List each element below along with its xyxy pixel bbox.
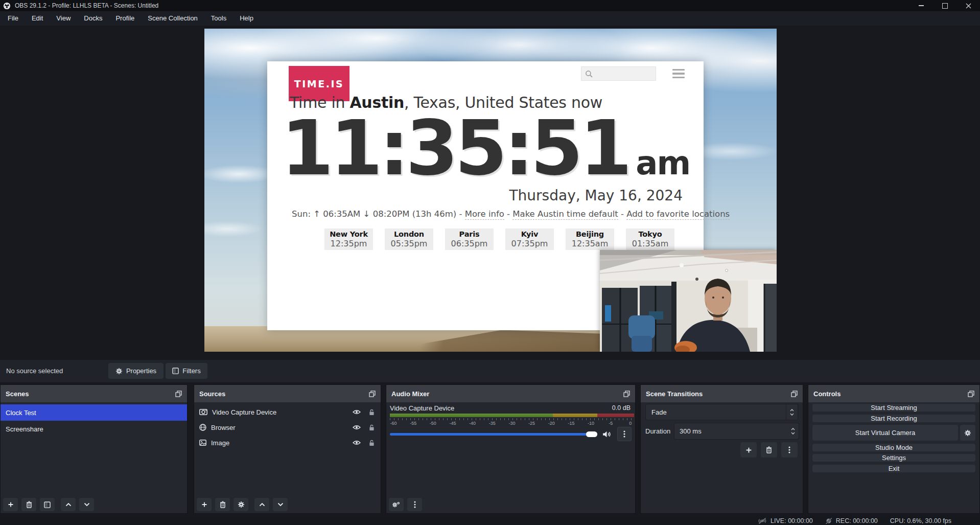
source-row-browser[interactable]: Browser: [194, 420, 381, 435]
record-inactive-icon: [825, 517, 832, 524]
chevron-up-icon: [791, 428, 795, 430]
menu-scene-collection[interactable]: Scene Collection: [141, 11, 204, 26]
maximize-icon: [942, 3, 948, 9]
mixer-source-name: Video Capture Device: [390, 404, 454, 412]
popout-icon[interactable]: [968, 391, 974, 397]
plus-icon: [201, 501, 207, 508]
filters-button[interactable]: Filters: [166, 363, 207, 379]
properties-button[interactable]: Properties: [108, 363, 164, 379]
volume-slider-handle[interactable]: [586, 431, 597, 437]
menu-docks[interactable]: Docks: [77, 11, 109, 26]
mixer-source-menu-button[interactable]: [617, 427, 632, 441]
remove-source-button[interactable]: [215, 498, 230, 511]
city-card: Tokyo01:35am: [626, 229, 674, 250]
search-input: [581, 66, 656, 81]
webcam-video: [600, 250, 777, 352]
scene-item-screenshare[interactable]: Screenshare: [1, 421, 187, 437]
lock-toggle[interactable]: [369, 424, 375, 431]
audio-level-meter: [390, 414, 634, 417]
minimize-button[interactable]: [909, 0, 933, 11]
move-source-down-button[interactable]: [273, 498, 288, 511]
mixer-menu-button[interactable]: [407, 498, 422, 511]
source-row-video-capture[interactable]: Video Capture Device: [194, 404, 381, 420]
sources-panel: Sources Video Capture Device Browser Ima…: [194, 384, 381, 514]
virtual-camera-config-button[interactable]: [960, 425, 975, 441]
menu-profile[interactable]: Profile: [109, 11, 141, 26]
close-button[interactable]: [956, 0, 980, 11]
remove-scene-button[interactable]: [21, 498, 36, 511]
speaker-mute-button[interactable]: [602, 430, 611, 438]
start-virtual-camera-button[interactable]: Start Virtual Camera: [812, 425, 958, 441]
menu-view[interactable]: View: [50, 11, 77, 26]
rec-timer: REC: 00:00:00: [836, 517, 878, 524]
move-scene-down-button[interactable]: [79, 498, 94, 511]
source-properties-button[interactable]: [234, 498, 248, 511]
add-favorite-link: Add to favorite locations: [626, 209, 730, 220]
window-title: OBS 29.1.2 - Profile: LLHLS BETA - Scene…: [15, 2, 158, 9]
lock-icon: [369, 440, 375, 446]
studio-mode-button[interactable]: Studio Mode: [812, 444, 975, 451]
live-timer: LIVE: 00:00:00: [771, 517, 813, 524]
meter-scale: -60-55-50-45-40-35-30-25-20-15-10-50: [386, 421, 638, 426]
popout-icon[interactable]: [623, 391, 630, 397]
chevron-down-icon: [791, 432, 795, 435]
popout-icon[interactable]: [175, 391, 182, 397]
preview-canvas[interactable]: TIME.IS Time in Austin, Texas, United St…: [204, 29, 777, 352]
add-scene-button[interactable]: [3, 498, 18, 511]
duration-spinbox[interactable]: 300 ms: [674, 423, 799, 440]
cpu-fps-stat: CPU: 0.6%, 30.00 fps: [890, 517, 951, 524]
chevron-down-icon: [84, 503, 90, 507]
advanced-audio-button[interactable]: [389, 498, 404, 511]
add-transition-button[interactable]: [740, 442, 757, 458]
maximize-button[interactable]: [933, 0, 956, 11]
visibility-toggle[interactable]: [353, 409, 361, 415]
popout-icon[interactable]: [369, 391, 376, 397]
remove-transition-button[interactable]: [761, 442, 777, 458]
lock-toggle[interactable]: [369, 409, 375, 416]
clock-display: 11:35:51 am: [267, 110, 704, 186]
chevron-down-icon: [277, 503, 284, 507]
settings-button[interactable]: Settings: [812, 454, 975, 462]
trash-icon: [220, 501, 226, 508]
visibility-toggle[interactable]: [353, 425, 361, 430]
transition-select[interactable]: Fade: [645, 404, 798, 420]
scene-filters-button[interactable]: [40, 498, 55, 511]
source-toolbar: No source selected Properties Filters: [0, 360, 980, 382]
plus-icon: [8, 501, 14, 508]
trash-icon: [766, 446, 772, 453]
audio-mixer-panel: Audio Mixer Video Capture Device 0.0 dB …: [386, 384, 636, 514]
menu-file[interactable]: File: [1, 11, 25, 26]
mixer-toolbar: [389, 498, 422, 511]
add-source-button[interactable]: [197, 498, 212, 511]
title-bar: OBS 29.1.2 - Profile: LLHLS BETA - Scene…: [0, 0, 980, 11]
clock-ampm: am: [636, 147, 690, 179]
more-info-link: More info: [465, 209, 504, 220]
menu-edit[interactable]: Edit: [25, 11, 50, 26]
select-spinner[interactable]: [786, 404, 798, 420]
start-streaming-button[interactable]: Start Streaming: [812, 404, 975, 412]
scenes-panel: Scenes Clock Test Screenshare: [0, 384, 188, 514]
close-icon: [966, 3, 971, 9]
menu-tools[interactable]: Tools: [204, 11, 233, 26]
scenes-toolbar: [3, 498, 94, 511]
selected-source-status: No source selected: [6, 367, 63, 375]
duration-spinner[interactable]: [787, 423, 799, 439]
globe-icon: [199, 424, 206, 431]
exit-button[interactable]: Exit: [812, 465, 975, 472]
volume-slider[interactable]: [390, 433, 597, 436]
menu-help[interactable]: Help: [233, 11, 260, 26]
move-scene-up-button[interactable]: [61, 498, 76, 511]
scene-item-clock-test[interactable]: Clock Test: [1, 404, 187, 421]
visibility-toggle[interactable]: [353, 440, 361, 445]
eye-icon: [353, 409, 361, 415]
world-cities-row: New York12:35pm London05:35pm Paris06:35…: [324, 229, 674, 250]
transition-menu-button[interactable]: [781, 442, 798, 458]
popout-icon[interactable]: [791, 391, 798, 397]
kebab-menu-icon: [623, 430, 625, 438]
source-row-image[interactable]: Image: [194, 435, 381, 450]
eye-icon: [353, 440, 361, 445]
move-source-up-button[interactable]: [254, 498, 269, 511]
lock-toggle[interactable]: [369, 440, 375, 446]
sources-toolbar: [197, 498, 288, 511]
start-recording-button[interactable]: Start Recording: [812, 415, 975, 422]
